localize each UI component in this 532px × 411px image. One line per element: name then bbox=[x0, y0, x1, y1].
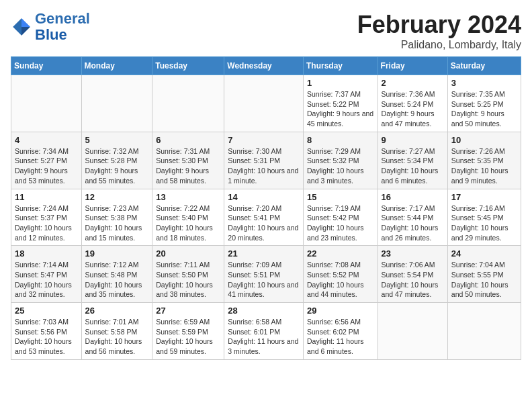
day-info: Sunrise: 7:29 AM Sunset: 5:32 PM Dayligh… bbox=[307, 146, 374, 186]
day-number: 6 bbox=[156, 135, 220, 145]
day-info: Sunrise: 7:35 AM Sunset: 5:25 PM Dayligh… bbox=[451, 89, 517, 129]
day-cell: 29Sunrise: 6:56 AM Sunset: 6:02 PM Dayli… bbox=[303, 303, 378, 360]
day-number: 9 bbox=[382, 135, 444, 145]
day-number: 8 bbox=[307, 135, 374, 145]
day-cell: 4Sunrise: 7:34 AM Sunset: 5:27 PM Daylig… bbox=[11, 132, 82, 189]
header-cell-wednesday: Wednesday bbox=[224, 57, 304, 75]
day-cell bbox=[378, 303, 447, 360]
logo: General Blue bbox=[11, 11, 90, 43]
week-row-4: 18Sunrise: 7:14 AM Sunset: 5:47 PM Dayli… bbox=[11, 246, 521, 303]
day-info: Sunrise: 6:58 AM Sunset: 6:01 PM Dayligh… bbox=[228, 317, 300, 357]
day-info: Sunrise: 7:20 AM Sunset: 5:41 PM Dayligh… bbox=[228, 203, 300, 243]
day-cell bbox=[152, 75, 224, 132]
day-cell: 6Sunrise: 7:31 AM Sunset: 5:30 PM Daylig… bbox=[152, 132, 224, 189]
day-cell: 24Sunrise: 7:04 AM Sunset: 5:55 PM Dayli… bbox=[447, 246, 521, 303]
day-number: 5 bbox=[85, 135, 149, 145]
day-cell: 12Sunrise: 7:23 AM Sunset: 5:38 PM Dayli… bbox=[81, 189, 152, 246]
header-cell-thursday: Thursday bbox=[303, 57, 378, 75]
header-cell-monday: Monday bbox=[81, 57, 152, 75]
day-info: Sunrise: 6:56 AM Sunset: 6:02 PM Dayligh… bbox=[307, 317, 374, 357]
svg-marker-2 bbox=[21, 27, 30, 36]
day-cell: 15Sunrise: 7:19 AM Sunset: 5:42 PM Dayli… bbox=[303, 189, 378, 246]
day-number: 2 bbox=[382, 78, 444, 88]
title-block: February 2024 Palidano, Lombardy, Italy bbox=[357, 11, 521, 51]
day-number: 7 bbox=[228, 135, 300, 145]
day-info: Sunrise: 7:31 AM Sunset: 5:30 PM Dayligh… bbox=[156, 146, 220, 186]
day-cell: 16Sunrise: 7:17 AM Sunset: 5:44 PM Dayli… bbox=[378, 189, 447, 246]
day-cell: 17Sunrise: 7:16 AM Sunset: 5:45 PM Dayli… bbox=[447, 189, 521, 246]
day-number: 15 bbox=[307, 192, 374, 202]
calendar-body: 1Sunrise: 7:37 AM Sunset: 5:22 PM Daylig… bbox=[11, 75, 521, 360]
day-info: Sunrise: 7:09 AM Sunset: 5:51 PM Dayligh… bbox=[228, 260, 300, 300]
day-info: Sunrise: 7:32 AM Sunset: 5:28 PM Dayligh… bbox=[85, 146, 149, 186]
day-number: 26 bbox=[85, 306, 149, 316]
day-cell: 11Sunrise: 7:24 AM Sunset: 5:37 PM Dayli… bbox=[11, 189, 82, 246]
day-info: Sunrise: 7:06 AM Sunset: 5:54 PM Dayligh… bbox=[382, 260, 444, 300]
day-info: Sunrise: 7:19 AM Sunset: 5:42 PM Dayligh… bbox=[307, 203, 374, 243]
day-cell: 22Sunrise: 7:08 AM Sunset: 5:52 PM Dayli… bbox=[303, 246, 378, 303]
day-cell bbox=[447, 303, 521, 360]
calendar-table: SundayMondayTuesdayWednesdayThursdayFrid… bbox=[11, 56, 521, 360]
day-cell: 20Sunrise: 7:11 AM Sunset: 5:50 PM Dayli… bbox=[152, 246, 224, 303]
day-info: Sunrise: 7:24 AM Sunset: 5:37 PM Dayligh… bbox=[15, 203, 78, 243]
day-info: Sunrise: 7:04 AM Sunset: 5:55 PM Dayligh… bbox=[451, 260, 517, 300]
day-info: Sunrise: 7:17 AM Sunset: 5:44 PM Dayligh… bbox=[382, 203, 444, 243]
day-number: 22 bbox=[307, 248, 374, 259]
day-cell: 10Sunrise: 7:26 AM Sunset: 5:35 PM Dayli… bbox=[447, 132, 521, 189]
day-info: Sunrise: 7:03 AM Sunset: 5:56 PM Dayligh… bbox=[15, 317, 78, 357]
svg-marker-1 bbox=[21, 18, 30, 27]
day-cell bbox=[11, 75, 82, 132]
day-cell bbox=[224, 75, 304, 132]
header-cell-tuesday: Tuesday bbox=[152, 57, 224, 75]
day-cell bbox=[81, 75, 152, 132]
day-number: 4 bbox=[15, 135, 78, 145]
day-number: 19 bbox=[85, 248, 149, 259]
week-row-3: 11Sunrise: 7:24 AM Sunset: 5:37 PM Dayli… bbox=[11, 189, 521, 246]
day-info: Sunrise: 7:22 AM Sunset: 5:40 PM Dayligh… bbox=[156, 203, 220, 243]
day-number: 23 bbox=[382, 248, 444, 259]
day-info: Sunrise: 7:30 AM Sunset: 5:31 PM Dayligh… bbox=[228, 146, 300, 186]
day-cell: 21Sunrise: 7:09 AM Sunset: 5:51 PM Dayli… bbox=[224, 246, 304, 303]
day-number: 14 bbox=[228, 192, 300, 202]
page-title: February 2024 bbox=[357, 11, 521, 39]
day-number: 1 bbox=[307, 78, 374, 88]
day-info: Sunrise: 7:34 AM Sunset: 5:27 PM Dayligh… bbox=[15, 146, 78, 186]
day-number: 24 bbox=[451, 248, 517, 259]
day-info: Sunrise: 7:26 AM Sunset: 5:35 PM Dayligh… bbox=[451, 146, 517, 186]
day-info: Sunrise: 6:59 AM Sunset: 5:59 PM Dayligh… bbox=[156, 317, 220, 357]
day-number: 11 bbox=[15, 192, 78, 202]
day-number: 3 bbox=[451, 78, 517, 88]
week-row-5: 25Sunrise: 7:03 AM Sunset: 5:56 PM Dayli… bbox=[11, 303, 521, 360]
day-cell: 28Sunrise: 6:58 AM Sunset: 6:01 PM Dayli… bbox=[224, 303, 304, 360]
page-header: General Blue February 2024 Palidano, Lom… bbox=[11, 11, 521, 51]
day-cell: 9Sunrise: 7:27 AM Sunset: 5:34 PM Daylig… bbox=[378, 132, 447, 189]
day-cell: 23Sunrise: 7:06 AM Sunset: 5:54 PM Dayli… bbox=[378, 246, 447, 303]
week-row-2: 4Sunrise: 7:34 AM Sunset: 5:27 PM Daylig… bbox=[11, 132, 521, 189]
day-info: Sunrise: 7:16 AM Sunset: 5:45 PM Dayligh… bbox=[451, 203, 517, 243]
header-cell-saturday: Saturday bbox=[447, 57, 521, 75]
day-info: Sunrise: 7:14 AM Sunset: 5:47 PM Dayligh… bbox=[15, 260, 78, 300]
day-info: Sunrise: 7:27 AM Sunset: 5:34 PM Dayligh… bbox=[382, 146, 444, 186]
day-number: 17 bbox=[451, 192, 517, 202]
day-cell: 3Sunrise: 7:35 AM Sunset: 5:25 PM Daylig… bbox=[447, 75, 521, 132]
page-subtitle: Palidano, Lombardy, Italy bbox=[357, 39, 521, 51]
day-number: 20 bbox=[156, 248, 220, 259]
day-number: 21 bbox=[228, 248, 300, 259]
day-cell: 27Sunrise: 6:59 AM Sunset: 5:59 PM Dayli… bbox=[152, 303, 224, 360]
day-number: 27 bbox=[156, 306, 220, 316]
day-info: Sunrise: 7:23 AM Sunset: 5:38 PM Dayligh… bbox=[85, 203, 149, 243]
day-number: 12 bbox=[85, 192, 149, 202]
day-info: Sunrise: 7:37 AM Sunset: 5:22 PM Dayligh… bbox=[307, 89, 374, 129]
day-info: Sunrise: 7:12 AM Sunset: 5:48 PM Dayligh… bbox=[85, 260, 149, 300]
day-number: 13 bbox=[156, 192, 220, 202]
calendar-header: SundayMondayTuesdayWednesdayThursdayFrid… bbox=[11, 57, 521, 75]
day-cell: 19Sunrise: 7:12 AM Sunset: 5:48 PM Dayli… bbox=[81, 246, 152, 303]
logo-text: General Blue bbox=[35, 11, 90, 43]
week-row-1: 1Sunrise: 7:37 AM Sunset: 5:22 PM Daylig… bbox=[11, 75, 521, 132]
day-cell: 14Sunrise: 7:20 AM Sunset: 5:41 PM Dayli… bbox=[224, 189, 304, 246]
day-cell: 7Sunrise: 7:30 AM Sunset: 5:31 PM Daylig… bbox=[224, 132, 304, 189]
day-info: Sunrise: 7:08 AM Sunset: 5:52 PM Dayligh… bbox=[307, 260, 374, 300]
day-cell: 1Sunrise: 7:37 AM Sunset: 5:22 PM Daylig… bbox=[303, 75, 378, 132]
day-cell: 8Sunrise: 7:29 AM Sunset: 5:32 PM Daylig… bbox=[303, 132, 378, 189]
day-info: Sunrise: 7:11 AM Sunset: 5:50 PM Dayligh… bbox=[156, 260, 220, 300]
